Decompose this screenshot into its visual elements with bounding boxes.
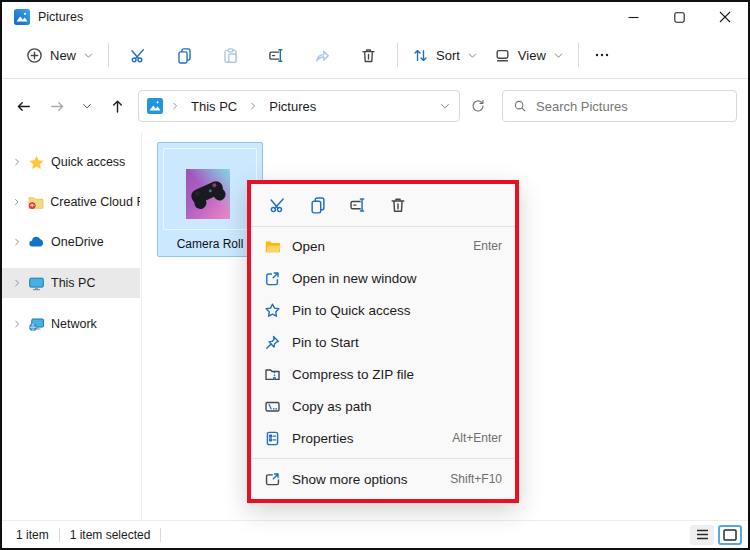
sidebar-item-network[interactable]: Network [2, 309, 140, 339]
recent-locations-button[interactable] [74, 89, 100, 123]
breadcrumb-this-pc[interactable]: This PC [187, 97, 241, 116]
address-dropdown-chevron-icon[interactable] [439, 100, 451, 112]
sidebar-item-label: OneDrive [51, 235, 104, 249]
status-bar: 1 item 1 item selected [2, 520, 748, 548]
large-thumbnails-view-button[interactable] [718, 525, 742, 545]
paste-button[interactable] [207, 38, 253, 72]
sidebar-item-label: Network [51, 317, 97, 331]
copy-path-icon [264, 398, 281, 415]
menu-item-compress-to-zip[interactable]: Compress to ZIP file [251, 358, 515, 390]
menu-item-pin-to-start[interactable]: Pin to Start [251, 326, 515, 358]
zip-folder-icon [264, 366, 281, 383]
sidebar-item-this-pc[interactable]: This PC [2, 268, 140, 298]
menu-item-shortcut: Alt+Enter [452, 431, 502, 445]
close-button[interactable] [702, 2, 748, 32]
menu-separator [252, 458, 514, 459]
open-folder-icon [264, 238, 281, 255]
search-box[interactable] [502, 90, 737, 122]
sidebar-item-quick-access[interactable]: Quick access [2, 147, 140, 177]
sort-button[interactable]: Sort [404, 41, 486, 70]
menu-item-label: Properties [292, 431, 354, 446]
creative-cloud-folder-icon [27, 194, 44, 211]
menu-item-open-in-new-window[interactable]: Open in new window [251, 262, 515, 294]
menu-item-properties[interactable]: Properties Alt+Enter [251, 422, 515, 454]
command-bar: New Sort View [2, 32, 748, 79]
menu-item-shortcut: Shift+F10 [450, 472, 502, 486]
toolbar-divider [397, 43, 398, 67]
pictures-folder-icon [14, 9, 30, 25]
properties-icon [264, 430, 281, 447]
monitor-icon [28, 275, 45, 292]
selection-count: 1 item selected [70, 528, 151, 542]
sidebar-item-creative-cloud[interactable]: Creative Cloud Fi [2, 187, 140, 217]
navigation-pane: Quick access Creative Cloud Fi OneDrive [2, 132, 142, 520]
context-menu: Open Enter Open in new window Pin to Qui… [247, 180, 519, 503]
sidebar-item-label: Quick access [51, 155, 125, 169]
search-icon [513, 99, 527, 113]
copy-button[interactable] [161, 38, 207, 72]
menu-item-open[interactable]: Open Enter [251, 230, 515, 262]
menu-item-label: Open [292, 239, 325, 254]
share-button[interactable] [299, 38, 345, 72]
refresh-button[interactable] [460, 90, 496, 122]
delete-button[interactable] [345, 38, 391, 72]
menu-item-label: Show more options [292, 472, 408, 487]
cut-button[interactable] [115, 38, 161, 72]
menu-item-show-more-options[interactable]: Show more options Shift+F10 [251, 463, 515, 495]
details-view-button[interactable] [690, 525, 714, 545]
cut-button[interactable] [258, 188, 298, 222]
rename-button[interactable] [338, 188, 378, 222]
navigation-bar: This PC Pictures [2, 80, 748, 132]
status-divider [160, 528, 161, 542]
location-pictures-icon [147, 98, 163, 114]
see-more-button[interactable] [585, 38, 619, 72]
sort-button-label: Sort [436, 48, 460, 63]
menu-item-label: Open in new window [292, 271, 417, 286]
view-button[interactable]: View [486, 41, 572, 70]
open-new-window-icon [264, 270, 281, 287]
menu-item-label: Compress to ZIP file [292, 367, 414, 382]
new-button-label: New [50, 48, 76, 63]
network-icon [28, 316, 45, 333]
rename-button[interactable] [253, 38, 299, 72]
menu-item-shortcut: Enter [473, 239, 502, 253]
show-more-icon [264, 471, 281, 488]
star-icon [28, 154, 45, 171]
onedrive-cloud-icon [28, 234, 45, 251]
star-outline-icon [264, 302, 281, 319]
minimize-button[interactable] [610, 2, 656, 32]
menu-item-pin-to-quick-access[interactable]: Pin to Quick access [251, 294, 515, 326]
back-button[interactable] [6, 89, 40, 123]
pin-icon [264, 334, 281, 351]
context-menu-quick-actions [251, 184, 515, 227]
maximize-button[interactable] [656, 2, 702, 32]
breadcrumb-pictures[interactable]: Pictures [265, 97, 320, 116]
menu-item-label: Pin to Quick access [292, 303, 411, 318]
item-count: 1 item [16, 528, 49, 542]
toolbar-divider [108, 43, 109, 67]
menu-item-copy-as-path[interactable]: Copy as path [251, 390, 515, 422]
forward-button[interactable] [40, 89, 74, 123]
search-input[interactable] [536, 99, 726, 114]
title-bar: Pictures [2, 2, 748, 32]
sidebar-item-onedrive[interactable]: OneDrive [2, 227, 140, 257]
view-button-label: View [518, 48, 546, 63]
address-bar[interactable]: This PC Pictures [138, 90, 460, 122]
status-divider [59, 528, 60, 542]
camera-roll-thumbnail [186, 169, 230, 219]
menu-item-label: Copy as path [292, 399, 372, 414]
file-explorer-window: Pictures New [0, 0, 750, 550]
delete-button[interactable] [378, 188, 418, 222]
sidebar-item-label: This PC [51, 276, 95, 290]
new-button[interactable]: New [18, 41, 102, 70]
up-button[interactable] [100, 89, 134, 123]
toolbar-divider [578, 43, 579, 67]
copy-button[interactable] [298, 188, 338, 222]
menu-item-label: Pin to Start [292, 335, 359, 350]
sidebar-item-label: Creative Cloud Fi [50, 195, 140, 209]
window-title: Pictures [38, 10, 83, 24]
